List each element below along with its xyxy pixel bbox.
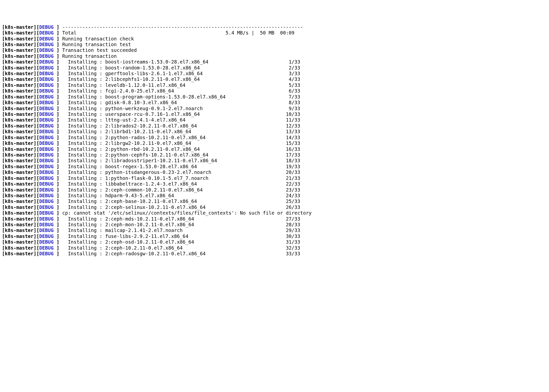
log-install-a-6: [k8s-master][DEBUG ] Installing : boost-… (2, 94, 547, 100)
log-install-b-2: [k8s-master][DEBUG ] Installing : mailca… (2, 228, 547, 233)
log-install-a-3: [k8s-master][DEBUG ] Installing : 2:libc… (2, 76, 547, 82)
log-install-b-1: [k8s-master][DEBUG ] Installing : 2:ceph… (2, 222, 547, 228)
log-install-a-24: [k8s-master][DEBUG ] Installing : 2:ceph… (2, 198, 547, 204)
log-install-a-13: [k8s-master][DEBUG ] Installing : 2:pyth… (2, 135, 547, 140)
log-install-a-1: [k8s-master][DEBUG ] Installing : boost-… (2, 65, 547, 71)
log-install-b-3: [k8s-master][DEBUG ] Installing : fuse-l… (2, 233, 547, 239)
log-cp-error: [k8s-master][DEBUG ] cp: cannot stat '/e… (2, 210, 547, 216)
log-install-a-17: [k8s-master][DEBUG ] Installing : 2:libr… (2, 158, 547, 163)
log-install-a-9: [k8s-master][DEBUG ] Installing : usersp… (2, 111, 547, 117)
log-install-a-12: [k8s-master][DEBUG ] Installing : 2:libr… (2, 129, 547, 134)
log-install-a-2: [k8s-master][DEBUG ] Installing : gperft… (2, 71, 547, 76)
log-install-a-15: [k8s-master][DEBUG ] Installing : 2:pyth… (2, 146, 547, 152)
log-divider: [k8s-master][DEBUG ] -------------------… (2, 24, 547, 30)
log-install-a-23: [k8s-master][DEBUG ] Installing : hdparm… (2, 193, 547, 198)
log-install-a-7: [k8s-master][DEBUG ] Installing : gdisk-… (2, 100, 547, 105)
log-install-a-8: [k8s-master][DEBUG ] Installing : python… (2, 106, 547, 111)
log-install-a-5: [k8s-master][DEBUG ] Installing : fcgi-2… (2, 88, 547, 94)
terminal-output: [k8s-master][DEBUG ] -------------------… (2, 24, 547, 257)
log-status-0: [k8s-master][DEBUG ] Running transaction… (2, 36, 547, 42)
log-install-a-21: [k8s-master][DEBUG ] Installing : libbab… (2, 181, 547, 187)
log-install-a-20: [k8s-master][DEBUG ] Installing : 1:pyth… (2, 175, 547, 181)
log-install-a-4: [k8s-master][DEBUG ] Installing : leveld… (2, 82, 547, 88)
log-status-1: [k8s-master][DEBUG ] Running transaction… (2, 42, 547, 47)
log-install-a-0: [k8s-master][DEBUG ] Installing : boost-… (2, 59, 547, 65)
log-status-2: [k8s-master][DEBUG ] Transaction test su… (2, 47, 547, 53)
log-install-b-5: [k8s-master][DEBUG ] Installing : 2:ceph… (2, 245, 547, 251)
log-install-b-6: [k8s-master][DEBUG ] Installing : 2:ceph… (2, 251, 547, 257)
log-install-a-16: [k8s-master][DEBUG ] Installing : 2:pyth… (2, 152, 547, 158)
log-install-a-10: [k8s-master][DEBUG ] Installing : lttng-… (2, 117, 547, 123)
log-install-a-11: [k8s-master][DEBUG ] Installing : 2:libr… (2, 123, 547, 129)
log-install-a-14: [k8s-master][DEBUG ] Installing : 2:libr… (2, 140, 547, 146)
log-install-b-4: [k8s-master][DEBUG ] Installing : 2:ceph… (2, 239, 547, 245)
log-total: [k8s-master][DEBUG ] Total 5.4 MB/s | 50… (2, 30, 547, 36)
log-install-b-0: [k8s-master][DEBUG ] Installing : 2:ceph… (2, 216, 547, 222)
log-install-a-18: [k8s-master][DEBUG ] Installing : boost-… (2, 164, 547, 169)
log-install-a-19: [k8s-master][DEBUG ] Installing : python… (2, 169, 547, 175)
log-install-a-25: [k8s-master][DEBUG ] Installing : 2:ceph… (2, 204, 547, 210)
log-status-3: [k8s-master][DEBUG ] Running transaction (2, 53, 547, 59)
log-install-a-22: [k8s-master][DEBUG ] Installing : 2:ceph… (2, 187, 547, 193)
